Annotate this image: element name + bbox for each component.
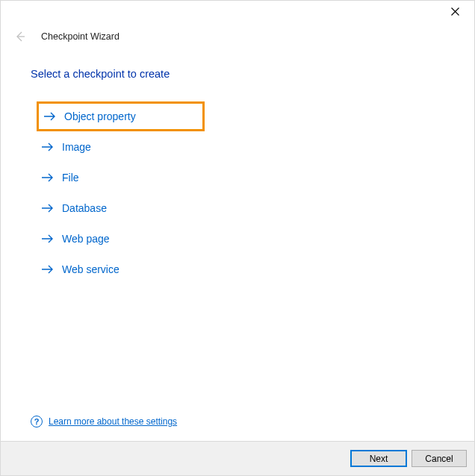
next-button[interactable]: Next (350, 450, 407, 467)
option-label: Image (62, 141, 91, 153)
arrow-right-icon (43, 111, 57, 122)
option-file[interactable]: File (41, 165, 87, 190)
option-web-service[interactable]: Web service (41, 257, 127, 282)
back-button[interactable] (11, 29, 28, 46)
option-label: Object property (64, 110, 136, 122)
cancel-button[interactable]: Cancel (412, 450, 467, 467)
close-button[interactable] (438, 1, 471, 22)
help-region: ? Learn more about these settings (31, 416, 177, 428)
option-web-page[interactable]: Web page (41, 226, 117, 251)
arrow-right-icon (41, 142, 55, 152)
back-arrow-icon (13, 30, 26, 46)
arrow-right-icon (41, 172, 55, 183)
option-database[interactable]: Database (41, 195, 114, 221)
option-object-property[interactable]: Object property (37, 101, 205, 131)
header-row: Checkpoint Wizard (1, 23, 474, 46)
arrow-right-icon (41, 203, 55, 213)
option-label: Database (62, 202, 107, 214)
content-area: Select a checkpoint to create Object pro… (1, 46, 474, 284)
arrow-right-icon (41, 234, 55, 244)
help-icon: ? (31, 416, 43, 428)
page-heading: Select a checkpoint to create (31, 68, 444, 80)
title-bar (1, 1, 474, 23)
option-label: Web service (62, 263, 119, 275)
wizard-title: Checkpoint Wizard (41, 31, 119, 42)
help-link[interactable]: Learn more about these settings (49, 416, 177, 427)
arrow-right-icon (41, 264, 55, 275)
close-icon (451, 6, 459, 18)
option-list: Object property Image File (41, 101, 444, 284)
option-label: Web page (62, 233, 110, 245)
option-label: File (62, 172, 79, 184)
button-bar: Next Cancel (1, 441, 474, 475)
option-image[interactable]: Image (41, 134, 99, 160)
